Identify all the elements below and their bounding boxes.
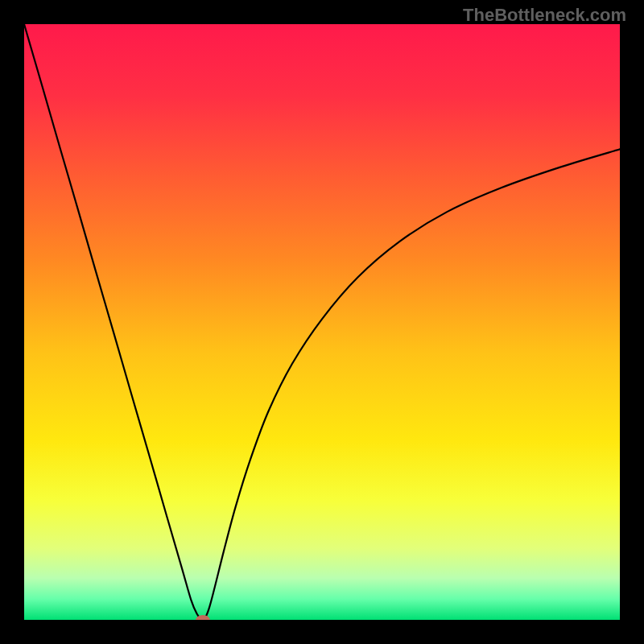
gradient-background [24, 24, 620, 620]
chart-frame: TheBottleneck.com [0, 0, 644, 644]
plot-area [24, 24, 620, 620]
attribution-label: TheBottleneck.com [463, 5, 626, 26]
plot-svg [24, 24, 620, 620]
